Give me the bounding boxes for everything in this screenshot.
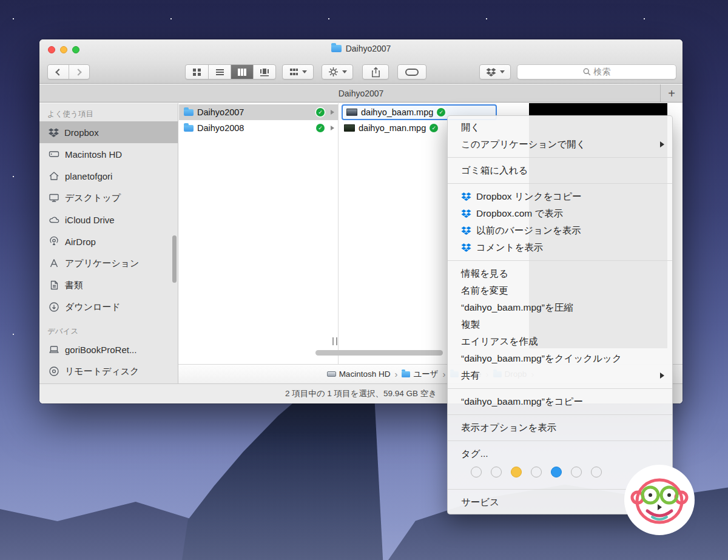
back-button[interactable] [48, 65, 69, 79]
sidebar-item-label: iCloud Drive [65, 215, 115, 225]
search-input[interactable]: 検索 [517, 64, 676, 79]
folder-icon [331, 45, 342, 52]
sidebar-item-home[interactable]: planetofgori [39, 165, 178, 187]
menu-item-view-on-dropbox[interactable]: Dropbox.com で表示 [448, 205, 672, 222]
new-tab-button[interactable]: + [660, 84, 682, 103]
menu-item-copy-dropbox-link[interactable]: Dropbox リンクをコピー [448, 188, 672, 205]
menu-item-duplicate[interactable]: 複製 [448, 316, 672, 333]
folder-row-daihyo2007[interactable]: Daihyo2007 ✓ [179, 104, 338, 120]
menu-item-get-info[interactable]: 情報を見る [448, 265, 672, 282]
list-view-button[interactable] [208, 65, 231, 79]
tab-bar: Daihyo2007 + [39, 84, 682, 103]
menu-item-view-previous-versions[interactable]: 以前のバージョンを表示 [448, 222, 672, 239]
menu-item-rename[interactable]: 名前を変更 [448, 282, 672, 299]
folder-icon [184, 125, 194, 132]
sidebar-item-goribookpro[interactable]: goriBookProRet... [39, 339, 178, 360]
dropbox-synced-badge: ✓ [430, 124, 438, 132]
icon-view-button[interactable] [186, 65, 208, 79]
search-icon [583, 68, 591, 76]
dropbox-synced-badge: ✓ [316, 108, 325, 116]
menu-separator [448, 440, 672, 441]
menu-item-open-with[interactable]: このアプリケーションで開く [448, 136, 672, 153]
path-item-users[interactable]: ユーザ [402, 369, 438, 380]
group-by-button[interactable] [282, 64, 314, 79]
sidebar-item-documents[interactable]: 書類 [39, 274, 178, 296]
sidebar-item-desktop[interactable]: デスクトップ [39, 187, 178, 209]
menu-item-quick-look[interactable]: “daihyo_baam.mpg”をクイックルック [448, 350, 672, 367]
desktop-icon [49, 192, 59, 203]
menu-item-compress[interactable]: “daihyo_baam.mpg”を圧縮 [448, 299, 672, 316]
tag-color-blue[interactable] [551, 467, 562, 477]
dropbox-synced-badge: ✓ [437, 108, 445, 116]
menu-item-copy[interactable]: “daihyo_baam.mpg”をコピー [448, 393, 672, 410]
sidebar-section-favorites: よく使う項目 [39, 107, 178, 121]
column-folders: Daihyo2007 ✓ Daihyo2008 ✓ [179, 103, 339, 364]
applications-icon [49, 258, 59, 269]
folder-row-daihyo2008[interactable]: Daihyo2008 ✓ [179, 120, 338, 136]
tag-color-2[interactable] [491, 467, 502, 477]
sidebar-item-label: リモートディスク [65, 366, 139, 377]
sidebar-item-label: planetofgori [65, 171, 112, 181]
list-view-icon [215, 68, 224, 76]
menu-item-view-comments[interactable]: コメントを表示 [448, 239, 672, 256]
menu-item-open[interactable]: 開く [448, 119, 672, 136]
folder-icon [402, 371, 410, 377]
sidebar-item-label: Dropbox [64, 127, 99, 138]
menu-separator [448, 183, 672, 184]
window-title: Daihyo2007 [39, 44, 682, 53]
sidebar-item-airdrop[interactable]: AirDrop [39, 231, 178, 252]
path-separator: › [443, 369, 446, 379]
sidebar-scrollbar-thumb[interactable] [172, 235, 177, 283]
menu-item-show-view-options[interactable]: 表示オプションを表示 [448, 419, 672, 436]
gorime-monkey-logo [623, 464, 696, 536]
sidebar-item-applications[interactable]: アプリケーション [39, 252, 178, 274]
sidebar-item-dropbox[interactable]: Dropbox [39, 121, 178, 143]
downloads-icon [49, 302, 59, 312]
folder-label: Daihyo2007 [197, 107, 244, 117]
disc-icon [49, 366, 59, 377]
dropbox-synced-badge: ✓ [316, 124, 325, 132]
menu-item-share[interactable]: 共有 [448, 367, 672, 384]
menu-item-tags[interactable]: タグ... [448, 445, 672, 462]
tag-color-1[interactable] [471, 467, 482, 477]
tag-color-6[interactable] [571, 467, 582, 477]
coverflow-view-button[interactable] [253, 65, 275, 79]
path-item-macintosh-hd[interactable]: Macintosh HD [327, 369, 391, 379]
column-view-button[interactable] [231, 65, 253, 79]
column-resize-handle[interactable] [332, 337, 337, 345]
status-text: 2 項目中の 1 項目を選択、59.94 GB 空き [285, 388, 437, 399]
sidebar-section-devices: デバイス [39, 324, 178, 339]
sidebar-item-label: AirDrop [65, 237, 96, 247]
desktop: Daihyo2007 [0, 0, 728, 560]
disclosure-arrow-icon [331, 126, 334, 130]
toolbar: 検索 [39, 59, 682, 84]
window-chrome: Daihyo2007 [39, 39, 682, 84]
sidebar-item-icloud-drive[interactable]: iCloud Drive [39, 209, 178, 231]
chevron-down-icon [342, 70, 347, 73]
sidebar-item-downloads[interactable]: ダウンロード [39, 296, 178, 318]
forward-button[interactable] [69, 65, 90, 79]
sidebar-item-macintosh-hd[interactable]: Macintosh HD [39, 143, 178, 165]
dropbox-icon [461, 243, 471, 252]
folder-label: Daihyo2008 [197, 123, 244, 133]
chevron-right-icon [75, 69, 81, 75]
menu-item-make-alias[interactable]: エイリアスを作成 [448, 333, 672, 350]
path-label: Macintosh HD [339, 369, 391, 379]
tag-color-7[interactable] [591, 467, 602, 477]
monkey-face-icon [623, 464, 696, 536]
window-title-text: Daihyo2007 [346, 44, 391, 53]
dropbox-icon [461, 209, 471, 218]
horizontal-scrollbar-thumb[interactable] [315, 350, 443, 356]
action-menu-button[interactable] [322, 64, 353, 79]
hdd-icon [49, 149, 59, 160]
tag-color-yellow[interactable] [511, 467, 522, 477]
edit-tags-button[interactable] [397, 64, 426, 79]
sidebar-item-label: 書類 [65, 280, 83, 291]
sidebar-item-remote-disc[interactable]: リモートディスク [39, 360, 178, 382]
share-button[interactable] [362, 64, 389, 79]
tab-daihyo2007[interactable]: Daihyo2007 [339, 89, 384, 98]
menu-item-move-to-trash[interactable]: ゴミ箱に入れる [448, 162, 672, 179]
view-segmented-control [185, 64, 276, 79]
tag-color-4[interactable] [531, 467, 542, 477]
dropbox-toolbar-button[interactable] [479, 64, 511, 79]
